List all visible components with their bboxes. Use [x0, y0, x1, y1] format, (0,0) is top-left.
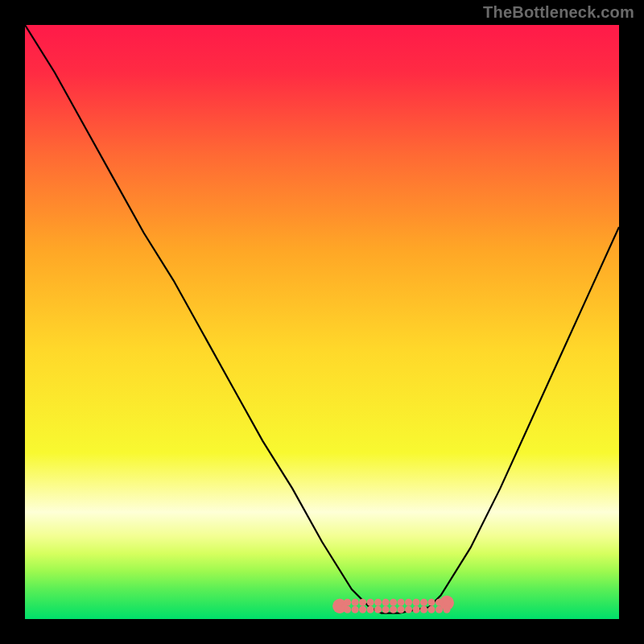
- svg-point-26: [428, 599, 436, 606]
- svg-point-23: [413, 606, 420, 613]
- svg-point-4: [344, 599, 351, 606]
- svg-point-28: [436, 599, 443, 606]
- svg-point-18: [398, 599, 405, 606]
- plot-svg: [25, 25, 619, 619]
- svg-point-15: [382, 606, 390, 613]
- svg-point-9: [359, 606, 366, 613]
- svg-point-6: [352, 599, 359, 606]
- svg-point-10: [367, 599, 374, 606]
- svg-point-25: [420, 606, 427, 613]
- svg-point-3: [336, 606, 344, 613]
- svg-point-13: [374, 606, 382, 613]
- svg-point-30: [444, 599, 451, 606]
- svg-point-19: [398, 606, 405, 613]
- svg-point-12: [374, 599, 382, 606]
- svg-point-29: [436, 606, 443, 613]
- svg-point-17: [390, 606, 397, 613]
- svg-point-22: [413, 599, 420, 606]
- plot-area: [25, 25, 619, 619]
- svg-point-31: [444, 606, 451, 613]
- svg-point-27: [428, 606, 436, 613]
- svg-point-14: [382, 599, 390, 606]
- svg-point-16: [390, 599, 397, 606]
- stage: TheBottleneck.com: [0, 0, 644, 644]
- svg-point-5: [344, 606, 351, 613]
- svg-point-20: [405, 599, 412, 606]
- svg-point-7: [352, 606, 359, 613]
- watermark-text: TheBottleneck.com: [483, 3, 634, 22]
- gradient-background: [25, 25, 619, 619]
- svg-point-21: [405, 606, 412, 613]
- svg-point-24: [420, 599, 427, 606]
- svg-point-11: [367, 606, 374, 613]
- svg-point-8: [359, 599, 366, 606]
- svg-point-2: [336, 599, 344, 606]
